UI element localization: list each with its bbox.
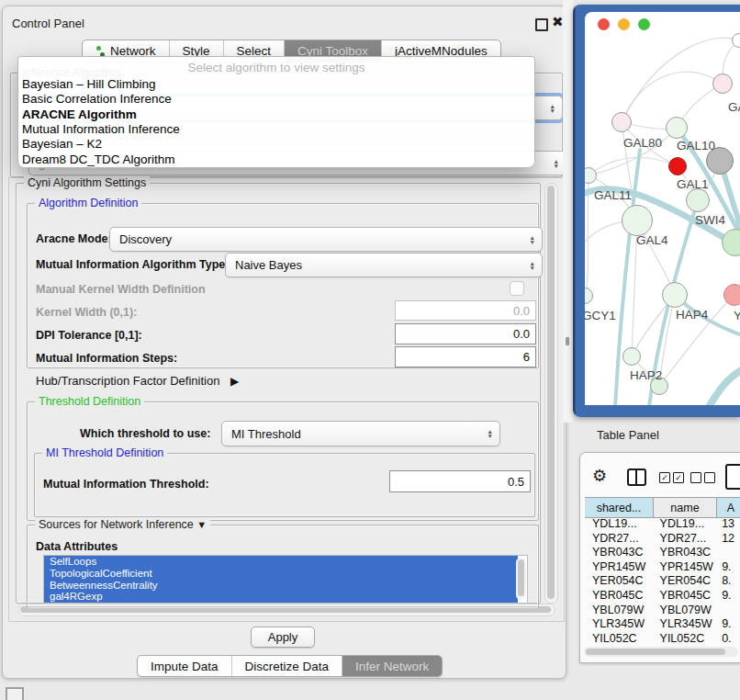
network-node[interactable] — [622, 347, 641, 366]
table-cell: 0. — [714, 632, 740, 647]
algorithm-option[interactable]: Bayesian – K2 — [22, 137, 102, 151]
mi-threshold-label: Mutual Information Threshold: — [43, 478, 209, 491]
tab-discretize-data[interactable]: Discretize Data — [231, 656, 342, 676]
which-threshold-combobox[interactable]: MI Threshold ▲▼ — [221, 421, 500, 446]
node-label: Y — [734, 309, 740, 322]
aracne-mode-combobox[interactable]: Discovery ▲▼ — [109, 227, 543, 252]
dpi-tolerance-input[interactable]: 0.0 — [395, 323, 536, 344]
table-cell: YDL19... — [585, 517, 653, 532]
network-canvas[interactable]: GALGAL80GAL10GAL1GAL11SWI4GAL4GCY1HAP4YH… — [585, 12, 740, 405]
table-row[interactable]: YLR345WYLR345W9. — [585, 617, 740, 632]
panel-gap — [563, 0, 573, 423]
document-icon[interactable] — [725, 464, 740, 490]
select-all-columns-icon[interactable]: ✓✓ — [659, 472, 684, 483]
mi-steps-input[interactable]: 6 — [395, 346, 536, 367]
stepper-icon: ▲▼ — [554, 159, 559, 168]
network-node[interactable] — [666, 117, 688, 139]
collapsed-arrow-icon: ▶ — [230, 375, 239, 388]
column-header[interactable]: A — [717, 497, 740, 518]
table-row[interactable]: YDL19...YDL19...13 — [585, 517, 740, 532]
node-label: GAL — [728, 100, 740, 114]
threshold-definition-title: Threshold Definition — [35, 395, 144, 408]
table-row[interactable]: YPR145WYPR145W9. — [585, 560, 740, 575]
cyni-settings-group-title: Cyni Algorithm Settings — [24, 176, 150, 189]
stepper-icon: ▲▼ — [488, 429, 493, 438]
mi-type-combobox[interactable]: Naive Bayes ▲▼ — [225, 253, 543, 277]
algorithm-option[interactable]: Mutual Information Inference — [22, 122, 180, 136]
table-cell: YDL19... — [653, 517, 715, 532]
algorithm-dropdown-popup: Select algorithm to view settings Bayesi… — [17, 56, 535, 168]
table-row[interactable]: YBR045CYBR045C9. — [585, 589, 740, 604]
dpi-tolerance-label: DPI Tolerance [0,1]: — [36, 329, 142, 342]
table-row[interactable]: YDR27...YDR27...12 — [585, 532, 740, 547]
mi-threshold-input[interactable]: 0.5 — [389, 470, 531, 492]
settings-vertical-scrollbar[interactable] — [544, 183, 558, 604]
table-cell: YER054C — [653, 574, 715, 589]
kernel-width-input[interactable]: 0.0 — [395, 300, 536, 321]
network-node[interactable] — [686, 188, 710, 212]
tab-impute-data[interactable]: Impute Data — [138, 656, 231, 676]
table-cell: YDR27... — [585, 532, 653, 547]
table-cell: YBL079W — [653, 604, 715, 618]
table-cell: 12 — [714, 532, 740, 547]
apply-button[interactable]: Apply — [251, 627, 315, 648]
mi-steps-label: Mutual Information Steps: — [36, 352, 177, 365]
tab-infer-network[interactable]: Infer Network — [342, 656, 442, 676]
algorithm-option[interactable]: Basic Correlation Inference — [22, 92, 172, 106]
column-header[interactable]: name — [654, 497, 717, 518]
table-browser-card: ⚙ ✓✓ shared...nameA YDL19...YDL19...13YD… — [579, 452, 740, 663]
table-cell: YDR27... — [653, 532, 715, 547]
stepper-icon: ▲▼ — [530, 235, 535, 244]
hub-section-header[interactable]: Hub/Transcription Factor Definition ▶ — [36, 374, 239, 388]
network-icon — [95, 46, 106, 57]
kernel-width-label: Kernel Width (0,1): — [36, 306, 137, 319]
table-row[interactable]: YER054CYER054C8. — [585, 574, 740, 589]
table-row[interactable]: YIL052CYIL052C0. — [585, 632, 740, 647]
split-pane-handle[interactable] — [566, 337, 569, 345]
algorithm-option[interactable]: Bayesian – Hill Climbing — [22, 77, 156, 91]
algorithm-option[interactable]: ARACNE Algorithm — [22, 107, 137, 121]
network-node[interactable] — [732, 33, 740, 48]
algorithm-popup-placeholder: Select algorithm to view settings — [18, 61, 534, 74]
cyni-mode-tabbar: Impute DataDiscretize DataInfer Network — [137, 655, 443, 677]
deselect-all-columns-icon[interactable] — [690, 472, 715, 483]
manual-kernel-label: Manual Kernel Width Definition — [36, 283, 206, 296]
network-node[interactable] — [723, 284, 740, 306]
manual-kernel-checkbox[interactable] — [510, 281, 524, 296]
table-row[interactable]: YBR043CYBR043C — [585, 546, 740, 560]
data-attribute-item[interactable]: TopologicalCoefficient — [44, 568, 518, 580]
control-panel-window: Control Panel ✖ NetworkStyleSelectCyni T… — [2, 6, 566, 679]
collapsed-panel-icon[interactable] — [6, 687, 24, 700]
mi-type-label: Mutual Information Algorithm Type: — [36, 258, 229, 271]
data-attribute-item[interactable]: SelfLoops — [44, 556, 518, 568]
column-header[interactable]: shared... — [585, 497, 654, 518]
table-cell: YLR345W — [585, 617, 653, 632]
data-attribute-item[interactable]: BetweennessCentrality — [44, 580, 518, 592]
network-node[interactable] — [712, 73, 733, 94]
algorithm-option[interactable]: Dream8 DC_TDC Algorithm — [22, 152, 175, 166]
control-panel-title: Control Panel — [12, 17, 84, 30]
table-cell: 9. — [714, 560, 740, 575]
data-attribute-item[interactable]: gal4RGexp — [44, 591, 518, 603]
columns-icon[interactable] — [627, 469, 646, 486]
table-panel-title: Table Panel — [597, 428, 659, 442]
network-node[interactable] — [622, 205, 653, 236]
table-cell: YBR043C — [653, 546, 715, 560]
network-node[interactable] — [611, 112, 632, 132]
node-label: GCY1 — [585, 309, 616, 322]
gear-icon[interactable]: ⚙ — [592, 466, 607, 486]
table-cell: YBR043C — [585, 546, 653, 560]
aracne-mode-label: Aracne Mode: — [36, 232, 112, 245]
table-row[interactable]: YBL079WYBL079W — [585, 604, 740, 618]
data-attributes-list[interactable]: SelfLoopsTopologicalCoefficientBetweenne… — [43, 555, 528, 604]
stepper-icon: ▲▼ — [530, 261, 535, 270]
network-node[interactable] — [662, 282, 688, 308]
float-window-icon[interactable] — [535, 18, 548, 31]
table-cell: YBR045C — [585, 589, 653, 604]
table-horizontal-scrollbar[interactable] — [584, 647, 738, 657]
close-icon[interactable]: ✖ — [552, 14, 564, 30]
table-body: YDL19...YDL19...13YDR27...YDR27...12YBR0… — [585, 517, 740, 646]
table-cell: YIL052C — [585, 632, 653, 647]
network-node[interactable] — [668, 157, 687, 175]
table-cell: YBL079W — [585, 604, 653, 618]
